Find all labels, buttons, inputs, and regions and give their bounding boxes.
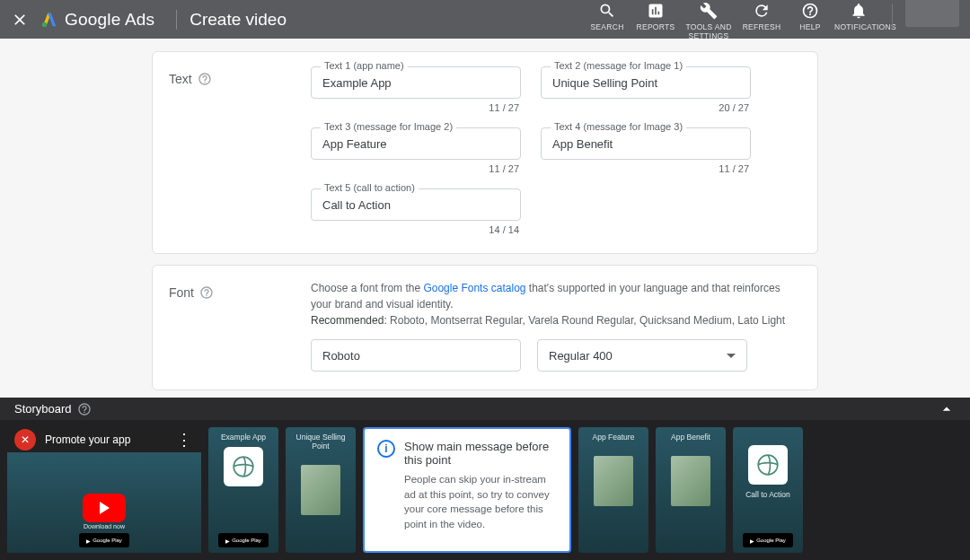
storyboard-info-card: i Show main message before this point Pe… <box>363 427 571 553</box>
header: Google Ads Create video SEARCH REPORTS T… <box>0 0 970 39</box>
tools-button[interactable]: TOOLS AND SETTINGS <box>680 0 737 40</box>
frame-title: Call to Action <box>745 490 790 499</box>
info-body: People can skip your in-stream ad at thi… <box>404 472 557 532</box>
help-label: HELP <box>786 23 834 31</box>
text2-counter: 20 / 27 <box>541 102 751 113</box>
page-title: Create video <box>190 10 287 30</box>
frame-title: App Feature <box>593 433 635 442</box>
svg-point-4 <box>758 455 778 475</box>
chevron-up-icon[interactable] <box>938 400 956 418</box>
font-weight-select[interactable]: Regular 400 <box>537 339 747 372</box>
font-description: Choose a font from the Google Fonts cata… <box>311 280 798 328</box>
google-play-badge: ▶ Google Play <box>79 533 129 547</box>
font-card: Font Choose a font from the Google Fonts… <box>152 265 818 390</box>
storyboard-frame-2[interactable]: Unique Selling Point <box>286 427 356 553</box>
refresh-button[interactable]: REFRESH <box>737 0 786 32</box>
text3-input[interactable] <box>322 137 509 151</box>
storyboard-frame-1[interactable]: Example App ▶ Google Play <box>208 427 278 553</box>
frame-image <box>594 456 633 506</box>
google-play-badge: ▶ Google Play <box>743 533 793 547</box>
storyboard-header: Storyboard <box>0 398 970 420</box>
text4-counter: 11 / 27 <box>541 163 751 174</box>
download-text: Download now <box>84 523 125 529</box>
notifications-label: NOTIFICATIONS <box>834 23 883 31</box>
text4-label: Text 4 (message for Image 3) <box>551 121 686 132</box>
search-button[interactable]: SEARCH <box>583 0 631 32</box>
font-family-value[interactable] <box>322 349 509 363</box>
close-icon[interactable] <box>0 11 40 29</box>
help-icon[interactable] <box>199 285 214 300</box>
text2-label: Text 2 (message for Image 1) <box>551 60 686 71</box>
text2-input[interactable] <box>552 76 739 90</box>
frame-image <box>301 465 340 515</box>
app-icon <box>748 445 788 485</box>
text3-counter: 11 / 27 <box>311 163 521 174</box>
svg-point-2 <box>42 22 48 27</box>
refresh-label: REFRESH <box>737 23 786 31</box>
google-ads-logo: Google Ads <box>40 10 154 30</box>
storyboard-frame-4[interactable]: App Benefit <box>656 427 726 553</box>
help-icon[interactable] <box>198 72 212 86</box>
text4-field[interactable]: Text 4 (message for Image 3) <box>541 127 751 160</box>
chevron-down-icon <box>727 354 736 358</box>
app-icon <box>224 447 263 486</box>
font-section-label: Font <box>169 280 311 372</box>
text3-field[interactable]: Text 3 (message for Image 2) <box>311 127 521 160</box>
text1-field[interactable]: Text 1 (app name) <box>311 66 521 99</box>
svg-point-3 <box>234 457 253 477</box>
storyboard-frame-5[interactable]: Call to Action ▶ Google Play <box>733 427 803 553</box>
storyboard-frame-3[interactable]: App Feature <box>578 427 648 553</box>
text1-label: Text 1 (app name) <box>321 60 408 71</box>
divider <box>176 10 177 30</box>
storyboard-body: ✕ Promote your app ⋮ Download now ▶ Goog… <box>0 420 970 560</box>
youtube-play-icon[interactable] <box>83 494 126 522</box>
info-title: Show main message before this point <box>404 440 557 467</box>
text-label: Text <box>169 72 192 86</box>
main-content: Text Text 1 (app name) 11 / 27 Text 2 (m… <box>0 39 970 398</box>
frame-title: Example App <box>221 433 266 442</box>
font-label: Font <box>169 285 194 300</box>
more-icon[interactable]: ⋮ <box>176 430 194 450</box>
font-family-input[interactable] <box>311 339 521 372</box>
tools-label: TOOLS AND SETTINGS <box>680 23 737 40</box>
video-preview[interactable]: ✕ Promote your app ⋮ Download now ▶ Goog… <box>7 427 201 553</box>
reports-button[interactable]: REPORTS <box>631 0 680 32</box>
google-play-badge: ▶ Google Play <box>218 533 269 547</box>
text1-input[interactable] <box>322 76 509 90</box>
text-card: Text Text 1 (app name) 11 / 27 Text 2 (m… <box>152 51 818 254</box>
reports-label: REPORTS <box>631 23 680 31</box>
font-weight-value: Regular 400 <box>549 349 613 363</box>
notifications-button[interactable]: NOTIFICATIONS <box>834 0 883 32</box>
frame-title: Unique Selling Point <box>289 433 352 451</box>
info-icon: i <box>377 440 395 458</box>
text5-label: Text 5 (call to action) <box>321 182 419 193</box>
text5-field[interactable]: Text 5 (call to action) <box>311 188 521 221</box>
app-badge-icon: ✕ <box>14 429 36 451</box>
account-switcher[interactable] <box>905 0 959 27</box>
toolbar: SEARCH REPORTS TOOLS AND SETTINGS REFRES… <box>583 0 959 40</box>
frame-image <box>671 456 710 506</box>
svg-marker-1 <box>48 13 56 26</box>
text4-input[interactable] <box>552 137 739 151</box>
text2-field[interactable]: Text 2 (message for Image 1) <box>541 66 751 99</box>
help-icon[interactable] <box>77 402 92 416</box>
help-button[interactable]: HELP <box>786 0 834 32</box>
text5-input[interactable] <box>322 198 509 212</box>
frame-title: App Benefit <box>671 433 710 442</box>
toolbar-separator <box>892 4 893 29</box>
text3-label: Text 3 (message for Image 2) <box>321 121 456 132</box>
text5-counter: 14 / 14 <box>311 224 521 235</box>
text1-counter: 11 / 27 <box>311 102 521 113</box>
text-section-label: Text <box>169 66 311 235</box>
brand-text: Google Ads <box>65 10 154 30</box>
storyboard-panel: Storyboard ✕ Promote your app ⋮ Download… <box>0 398 970 560</box>
preview-title: Promote your app <box>45 433 130 446</box>
google-fonts-link[interactable]: Google Fonts catalog <box>423 282 525 294</box>
search-label: SEARCH <box>583 23 631 31</box>
storyboard-label: Storyboard <box>14 402 72 416</box>
